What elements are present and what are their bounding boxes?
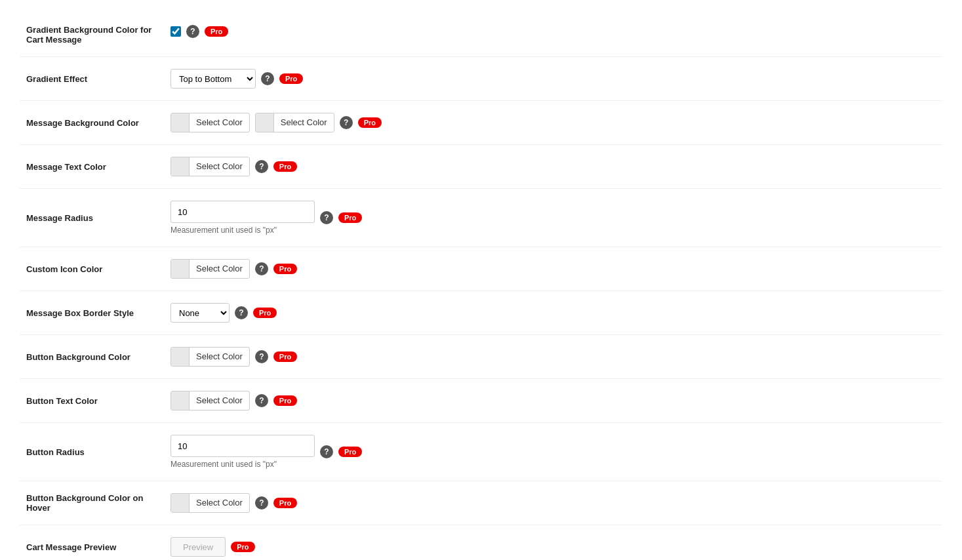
- color-btn-label: Select Color: [190, 113, 249, 132]
- color-btn-label: Select Color: [274, 113, 334, 132]
- setting-label: Message Radius: [20, 189, 164, 247]
- setting-controls: Measurement unit used is "px"?Pro: [164, 189, 942, 247]
- gradient-effect-select[interactable]: Top to BottomLeft to RightDiagonal: [170, 69, 256, 89]
- color-btn-label: Select Color: [190, 347, 249, 367]
- pro-badge: Pro: [231, 542, 254, 552]
- color-btn-label: Select Color: [190, 259, 249, 279]
- setting-controls: Select ColorSelect Color?Pro: [164, 101, 942, 144]
- color-select-button[interactable]: Select Color: [170, 157, 250, 176]
- setting-controls: Select Color?Pro: [164, 247, 942, 290]
- setting-controls: Select Color?Pro: [164, 481, 942, 525]
- setting-label: Gradient Effect: [20, 57, 164, 101]
- pro-badge: Pro: [338, 447, 362, 457]
- pro-badge: Pro: [279, 73, 303, 84]
- pro-badge: Pro: [205, 26, 228, 37]
- setting-label: Custom Icon Color: [20, 247, 164, 291]
- help-icon[interactable]: ?: [255, 160, 268, 173]
- setting-controls: NoneSolidDashedDotted?Pro: [164, 291, 942, 334]
- color-swatch: [171, 113, 190, 132]
- help-icon[interactable]: ?: [255, 496, 268, 510]
- pro-badge: Pro: [273, 264, 297, 274]
- setting-label: Button Background Color on Hover: [20, 481, 164, 525]
- help-icon[interactable]: ?: [261, 72, 274, 85]
- setting-label: Button Background Color: [20, 335, 164, 379]
- help-icon[interactable]: ?: [255, 262, 268, 275]
- setting-label: Message Box Border Style: [20, 291, 164, 335]
- color-swatch: [171, 157, 190, 176]
- setting-label: Message Text Color: [20, 145, 164, 189]
- number-input[interactable]: [170, 201, 315, 223]
- pro-badge: Pro: [273, 161, 297, 172]
- color-swatch: [171, 259, 190, 279]
- number-input[interactable]: [170, 435, 315, 457]
- color-swatch: [171, 391, 190, 410]
- preview-button[interactable]: Preview: [170, 537, 226, 557]
- setting-controls: Measurement unit used is "px"?Pro: [164, 423, 942, 481]
- pro-badge: Pro: [273, 351, 297, 362]
- help-icon[interactable]: ?: [320, 445, 333, 458]
- gradient-bg-checkbox[interactable]: [170, 26, 181, 37]
- color-select-button[interactable]: Select Color: [255, 113, 334, 132]
- pro-badge: Pro: [253, 308, 277, 318]
- help-icon[interactable]: ?: [255, 394, 268, 407]
- color-btn-label: Select Color: [190, 493, 249, 513]
- setting-controls: Select Color?Pro: [164, 335, 942, 378]
- setting-label: Message Background Color: [20, 101, 164, 145]
- color-swatch: [256, 113, 274, 132]
- help-icon[interactable]: ?: [255, 350, 268, 363]
- color-select-button[interactable]: Select Color: [170, 347, 250, 367]
- setting-label: Button Radius: [20, 423, 164, 481]
- help-icon[interactable]: ?: [186, 25, 199, 38]
- hint-text: Measurement unit used is "px": [170, 460, 315, 469]
- setting-controls: ?Pro: [164, 13, 942, 50]
- setting-label: Gradient Background Color for Cart Messa…: [20, 13, 164, 57]
- setting-controls: Select Color?Pro: [164, 379, 942, 422]
- help-icon[interactable]: ?: [235, 306, 248, 319]
- setting-controls: Top to BottomLeft to RightDiagonal?Pro: [164, 57, 942, 100]
- settings-table: Gradient Background Color for Cart Messa…: [20, 13, 942, 560]
- color-select-button[interactable]: Select Color: [170, 113, 250, 132]
- help-icon[interactable]: ?: [340, 116, 353, 129]
- setting-label: Button Text Color: [20, 379, 164, 423]
- pro-badge: Pro: [273, 498, 297, 508]
- color-select-button[interactable]: Select Color: [170, 391, 250, 410]
- border-style-select[interactable]: NoneSolidDashedDotted: [170, 303, 230, 323]
- hint-text: Measurement unit used is "px": [170, 226, 315, 235]
- setting-controls: Select Color?Pro: [164, 145, 942, 188]
- color-btn-label: Select Color: [190, 391, 249, 410]
- color-swatch: [171, 347, 190, 367]
- setting-label: Cart Message Preview: [20, 525, 164, 561]
- color-swatch: [171, 493, 190, 513]
- help-icon[interactable]: ?: [320, 211, 333, 224]
- color-select-button[interactable]: Select Color: [170, 259, 250, 279]
- pro-badge: Pro: [273, 395, 297, 406]
- setting-controls: PreviewPro: [164, 525, 942, 560]
- pro-badge: Pro: [338, 212, 362, 223]
- color-select-button[interactable]: Select Color: [170, 493, 250, 513]
- color-btn-label: Select Color: [190, 157, 249, 176]
- pro-badge: Pro: [358, 117, 382, 128]
